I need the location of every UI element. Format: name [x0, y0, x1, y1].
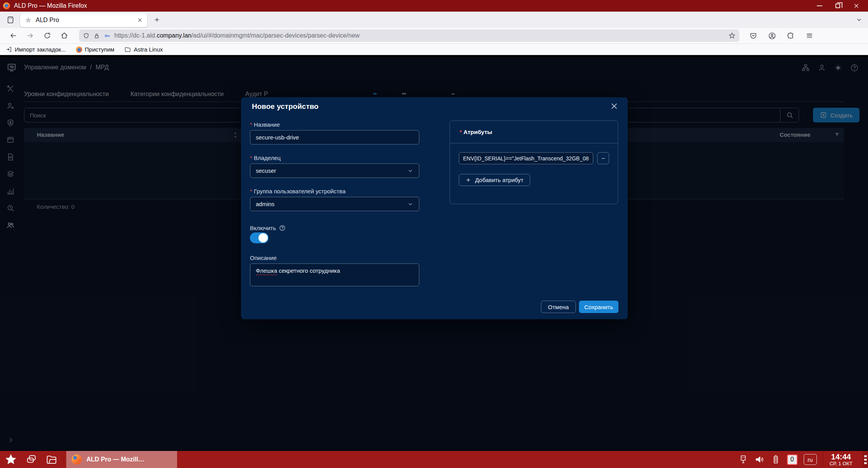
- enable-toggle[interactable]: [250, 232, 269, 243]
- cancel-button[interactable]: Отмена: [541, 301, 576, 313]
- attribute-value-input[interactable]: [459, 152, 593, 164]
- clock-time: 14:44: [830, 453, 852, 461]
- desktop-taskbar: ALD Pro — Mozill… 0 ru 14:44 СР, 1 ОКТ: [0, 451, 868, 468]
- toggle-knob: [258, 233, 268, 243]
- tracking-shield-icon[interactable]: [83, 33, 90, 39]
- bookmark-folder-astra[interactable]: Astra Linux: [124, 46, 163, 53]
- battery-tray-icon[interactable]: [771, 454, 781, 465]
- pocket-icon[interactable]: [749, 32, 757, 40]
- keyboard-layout-indicator[interactable]: ru: [804, 454, 817, 465]
- dialog-title: Новое устройство: [252, 102, 319, 111]
- group-select[interactable]: admins: [250, 197, 419, 211]
- description-label: Описание: [250, 255, 277, 261]
- extensions-icon[interactable]: [787, 32, 795, 40]
- notification-badge[interactable]: 0: [787, 454, 797, 465]
- firefox-icon: [76, 46, 82, 53]
- chevron-down-icon: [407, 201, 413, 207]
- remove-attribute-button[interactable]: [597, 152, 609, 164]
- bookmarks-bar: Импорт закладок... Приступим Astra Linux: [0, 43, 868, 55]
- description-textarea[interactable]: Флешка секретного сотрудника: [250, 263, 419, 286]
- account-icon[interactable]: [768, 32, 776, 40]
- back-icon[interactable]: [9, 32, 17, 40]
- new-tab-icon[interactable]: [153, 16, 160, 23]
- forward-icon[interactable]: [26, 32, 34, 40]
- attributes-header: Атрибуты: [460, 129, 492, 135]
- restore-icon[interactable]: [835, 3, 840, 8]
- usb-tray-icon[interactable]: [738, 454, 748, 465]
- new-device-dialog: Новое устройство Название Владелец secus…: [241, 97, 628, 319]
- bookmark-import[interactable]: Импорт закладок...: [5, 46, 66, 53]
- volume-tray-icon[interactable]: [754, 454, 765, 465]
- taskbar-separator: [64, 453, 64, 466]
- tab-list-chevron-icon[interactable]: [856, 16, 863, 23]
- add-attribute-button[interactable]: Добавить атрибут: [459, 174, 530, 186]
- browser-navbar: https://dc-1.ald.company.lan/ad/ui/#/dom…: [0, 28, 868, 43]
- home-icon[interactable]: [60, 32, 68, 40]
- bookmark-getting-started[interactable]: Приступим: [76, 46, 114, 53]
- firefox-view-icon[interactable]: [6, 15, 15, 24]
- owner-label: Владелец: [250, 155, 281, 161]
- chevron-down-icon: [407, 168, 413, 174]
- minimize-icon[interactable]: [817, 5, 822, 6]
- ald-pro-page: Управление доменом / МРД Уровни конфиден…: [0, 57, 868, 451]
- dialog-close-icon[interactable]: [610, 102, 618, 110]
- tab-close-icon[interactable]: [137, 17, 143, 23]
- tab-title: ALD Pro: [36, 17, 59, 24]
- reload-icon[interactable]: [43, 32, 51, 40]
- key-icon[interactable]: [104, 33, 110, 39]
- windows-list-icon[interactable]: [26, 454, 37, 465]
- close-icon[interactable]: [853, 3, 859, 9]
- browser-tab[interactable]: ALD Pro: [20, 13, 147, 27]
- launcher-star-icon[interactable]: [5, 453, 17, 466]
- firefox-icon: [72, 454, 82, 465]
- lock-icon[interactable]: [93, 33, 100, 39]
- owner-select[interactable]: secuser: [250, 163, 419, 178]
- attributes-divider: [450, 143, 618, 143]
- clock-date: СР, 1 ОКТ: [830, 461, 852, 466]
- bookmark-star-icon[interactable]: [728, 32, 735, 39]
- plus-icon: [465, 177, 471, 183]
- name-label: Название: [250, 121, 280, 128]
- window-title: ALD Pro — Mozilla Firefox: [14, 2, 87, 9]
- tab-star-icon: [25, 17, 32, 24]
- firefox-icon: [3, 2, 10, 9]
- help-circle-icon[interactable]: [279, 225, 286, 231]
- group-label: Группа пользователей устройства: [250, 188, 346, 194]
- minus-icon: [601, 156, 606, 161]
- save-button[interactable]: Сохранить: [579, 301, 618, 313]
- tray-divider: [823, 453, 823, 466]
- enable-label: Включить: [250, 225, 276, 231]
- taskbar-handle[interactable]: [863, 451, 868, 468]
- screen: ALD Pro — Mozilla Firefox ALD Pro: [0, 0, 868, 468]
- file-manager-icon[interactable]: [46, 454, 57, 465]
- name-input[interactable]: [250, 130, 419, 145]
- attributes-panel: Атрибуты Добавить атрибут: [450, 120, 618, 204]
- window-titlebar: ALD Pro — Mozilla Firefox: [0, 0, 868, 12]
- clock[interactable]: 14:44 СР, 1 ОКТ: [830, 453, 854, 466]
- menu-icon[interactable]: [806, 32, 813, 40]
- url-text: https://dc-1.ald.company.lan/ad/ui/#/dom…: [114, 32, 725, 39]
- browser-tabbar: ALD Pro: [0, 12, 868, 28]
- folder-icon: [124, 46, 131, 53]
- url-bar[interactable]: https://dc-1.ald.company.lan/ad/ui/#/dom…: [79, 29, 739, 42]
- import-icon: [5, 46, 12, 53]
- taskbar-firefox-task[interactable]: ALD Pro — Mozill…: [66, 451, 177, 468]
